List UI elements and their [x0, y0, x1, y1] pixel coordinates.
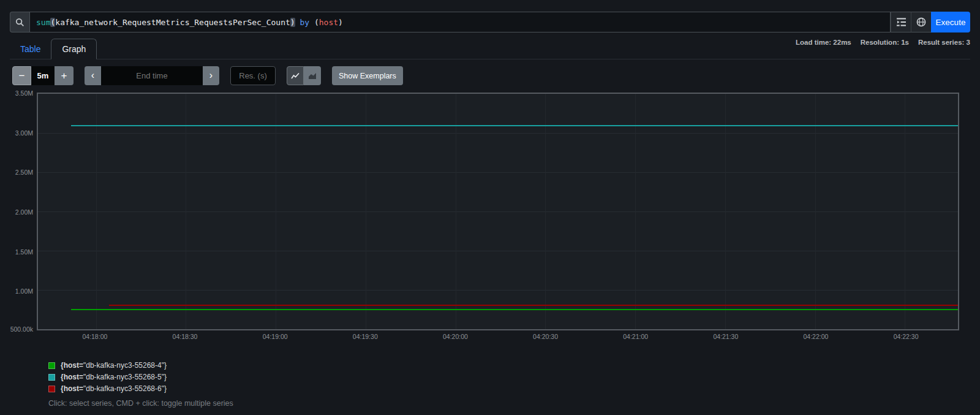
v-gridline [725, 94, 726, 329]
graph-chart: 3.50M 3.00M 2.50M 2.00M 1.50M 1.00M 500.… [0, 93, 980, 344]
search-icon [10, 12, 29, 32]
x-tick-label: 04:20:30 [533, 333, 558, 340]
series-line-red[interactable] [109, 305, 958, 306]
query-token-label-name: host [319, 18, 338, 27]
end-time-input[interactable] [101, 66, 203, 85]
h-gridline [38, 251, 958, 251]
end-time-control: ‹ › [85, 66, 219, 85]
stacked-chart-button[interactable] [304, 66, 321, 85]
range-control: − + [12, 66, 74, 85]
query-token-function: sum [36, 18, 50, 27]
query-bar: sum(kafka_network_RequestMetrics_Request… [10, 12, 970, 32]
format-expression-button[interactable] [891, 12, 911, 32]
query-token-paren: ( [50, 18, 55, 27]
legend-swatch-teal [48, 374, 55, 381]
y-tick-label: 1.50M [0, 248, 33, 256]
x-tick-label: 04:20:00 [443, 333, 468, 340]
range-input[interactable] [31, 66, 55, 85]
x-tick-label: 04:21:00 [623, 333, 648, 340]
query-token-metric: kafka_network_RequestMetrics_RequestsPer… [55, 18, 290, 27]
series-line-green[interactable] [71, 309, 958, 310]
v-gridline [186, 94, 186, 329]
x-tick-label: 04:18:00 [82, 333, 107, 340]
h-gridline [38, 133, 958, 134]
y-axis: 3.50M 3.00M 2.50M 2.00M 1.50M 1.00M 500.… [0, 93, 36, 330]
legend: {host="db-kafka-nyc3-55268-4"} {host="db… [48, 361, 980, 393]
format-expression-icon [897, 18, 906, 26]
resolution-stat: Resolution: 1s [861, 39, 909, 46]
x-tick-label: 04:22:00 [804, 333, 829, 340]
y-tick-label: 500.00k [0, 326, 33, 333]
metrics-explorer-button[interactable] [911, 12, 931, 32]
plot-area[interactable] [37, 93, 959, 330]
x-tick-label: 04:21:30 [713, 333, 738, 340]
legend-label: {host="db-kafka-nyc3-55268-5"} [61, 373, 167, 381]
y-tick-label: 3.50M [0, 89, 33, 97]
execute-button[interactable]: Execute [931, 12, 970, 32]
resolution-input[interactable] [230, 66, 276, 85]
legend-label: {host="db-kafka-nyc3-55268-6"} [61, 384, 167, 393]
v-gridline [366, 94, 366, 329]
query-token-paren: ) [290, 18, 295, 27]
h-gridline [38, 211, 958, 212]
legend-item[interactable]: {host="db-kafka-nyc3-55268-4"} [48, 361, 980, 370]
decrease-range-button[interactable]: − [12, 66, 31, 85]
legend-item[interactable]: {host="db-kafka-nyc3-55268-5"} [48, 373, 980, 381]
legend-hint: Click: select series, CMD + click: toggl… [48, 399, 980, 408]
tab-graph[interactable]: Graph [51, 39, 97, 59]
query-token-paren: ( [314, 18, 319, 27]
stacked-chart-icon [308, 72, 317, 80]
x-tick-label: 04:18:30 [173, 333, 198, 340]
query-token-paren: ) [338, 18, 343, 27]
y-tick-label: 3.00M [0, 129, 33, 137]
v-gridline [905, 94, 905, 329]
chevron-left-icon[interactable]: ‹ [85, 66, 101, 85]
chart-type-toggle [287, 66, 321, 85]
load-time-stat: Load time: 22ms [796, 39, 851, 46]
tab-table[interactable]: Table [10, 39, 51, 59]
y-tick-label: 1.00M [0, 287, 33, 295]
line-chart-button[interactable] [287, 66, 304, 85]
v-gridline [635, 94, 636, 329]
y-tick-label: 2.00M [0, 208, 33, 216]
increase-range-button[interactable]: + [55, 66, 74, 85]
tabs-row: Table Graph Load time: 22ms Resolution: … [10, 36, 970, 59]
options-bar: Use local time Enable query history Enab… [0, 0, 980, 6]
x-tick-label: 04:19:30 [353, 333, 378, 340]
x-tick-label: 04:19:00 [263, 333, 288, 340]
globe-icon [916, 17, 926, 27]
query-expression-input[interactable]: sum(kafka_network_RequestMetrics_Request… [29, 12, 891, 32]
result-series-stat: Result series: 3 [918, 39, 970, 46]
series-line-teal[interactable] [71, 125, 958, 126]
query-stats: Load time: 22ms Resolution: 1s Result se… [796, 39, 970, 46]
graph-toolbar: − + ‹ › Show Exemplars [12, 66, 970, 85]
v-gridline [815, 94, 816, 329]
show-exemplars-button[interactable]: Show Exemplars [332, 66, 403, 85]
x-axis: 04:18:00 04:18:30 04:19:00 04:19:30 04:2… [37, 333, 959, 343]
v-gridline [276, 94, 276, 329]
legend-swatch-green [48, 362, 55, 369]
legend-swatch-red [48, 386, 55, 392]
chevron-right-icon[interactable]: › [203, 66, 219, 85]
tabs: Table Graph [10, 39, 97, 59]
legend-label: {host="db-kafka-nyc3-55268-4"} [61, 361, 167, 370]
y-tick-label: 2.50M [0, 169, 33, 176]
v-gridline [456, 94, 456, 329]
line-chart-icon [291, 72, 300, 80]
query-token-keyword: by [300, 18, 309, 27]
h-gridline [38, 290, 958, 291]
v-gridline [96, 94, 97, 329]
x-tick-label: 04:22:30 [894, 333, 919, 340]
h-gridline [38, 172, 958, 173]
legend-item[interactable]: {host="db-kafka-nyc3-55268-6"} [48, 384, 980, 393]
v-gridline [545, 94, 546, 329]
